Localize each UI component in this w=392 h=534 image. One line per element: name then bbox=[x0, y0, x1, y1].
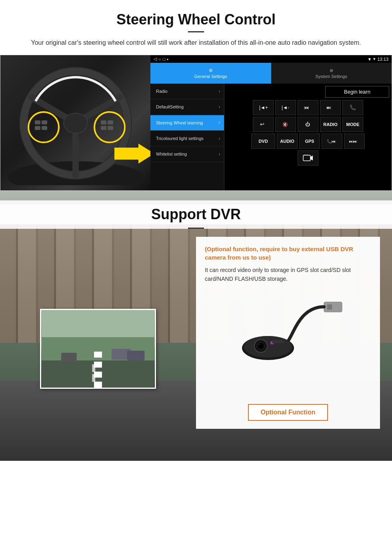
menu-default-label: DefaultSetting bbox=[156, 104, 184, 110]
phone-button[interactable]: 📞 bbox=[342, 100, 363, 115]
svg-text:📞⏮: 📞⏮ bbox=[327, 139, 336, 144]
android-content: Radio › DefaultSetting › Steering Wheel … bbox=[150, 84, 392, 190]
svg-rect-12 bbox=[42, 126, 47, 130]
svg-rect-35 bbox=[92, 364, 95, 372]
radio-button[interactable]: RADIO bbox=[320, 117, 341, 132]
menu-item-steering[interactable]: Steering Wheel learning › bbox=[150, 115, 224, 131]
android-ui: ◁ ○ □ ▪ ▼ ▾ 13:13 ⚙ General Settings ⊛ S… bbox=[150, 55, 392, 190]
svg-rect-40 bbox=[324, 302, 342, 312]
settings-gear-icon: ⚙ bbox=[209, 68, 213, 73]
signal-icon: ▼ bbox=[368, 57, 372, 62]
dvr-camera-illustration bbox=[232, 294, 344, 358]
svg-rect-49 bbox=[272, 340, 284, 343]
steering-wheel-photo bbox=[0, 55, 150, 191]
button-row-3: DVD AUDIO GPS 📞⏮ ⏭⏭ bbox=[227, 134, 389, 149]
svg-rect-15 bbox=[101, 126, 106, 130]
svg-point-6 bbox=[64, 113, 88, 133]
menu-list: Radio › DefaultSetting › Steering Wheel … bbox=[150, 84, 224, 190]
gps-button[interactable]: GPS bbox=[299, 134, 320, 149]
section2-title: Support DVR bbox=[0, 204, 392, 224]
android-tabs: ⚙ General Settings ⊛ System Settings bbox=[150, 63, 392, 84]
tab-system[interactable]: ⊛ System Settings bbox=[271, 63, 392, 84]
dvr-right-area: (Optional function, require to buy exter… bbox=[192, 237, 392, 461]
section1-divider bbox=[188, 31, 204, 32]
menu-item-whitelist[interactable]: Whitelist setting › bbox=[150, 146, 224, 162]
arrow-overlay bbox=[114, 142, 150, 167]
nav-menu-icon[interactable]: ▪ bbox=[167, 57, 168, 62]
svg-rect-41 bbox=[327, 304, 332, 310]
dvr-left-area bbox=[0, 237, 192, 461]
svg-rect-39 bbox=[127, 351, 145, 360]
section1-title: Steering Wheel Control bbox=[16, 11, 376, 28]
svg-marker-17 bbox=[114, 144, 150, 164]
vol-up-button[interactable]: |◄+ bbox=[253, 100, 274, 115]
steering-wheel-section: Steering Wheel Control Your original car… bbox=[0, 0, 392, 48]
chevron-icon-3: › bbox=[219, 120, 220, 125]
nav-recent-icon[interactable]: □ bbox=[163, 57, 166, 62]
menu-steering-label: Steering Wheel learning bbox=[156, 120, 203, 126]
svg-rect-9 bbox=[35, 120, 40, 124]
mute-button[interactable]: 🔇 bbox=[275, 117, 296, 132]
svg-text:↩: ↩ bbox=[260, 121, 264, 127]
fwd2-button[interactable]: ⏭⏭ bbox=[344, 134, 365, 149]
menu-item-radio[interactable]: Radio › bbox=[150, 84, 224, 99]
optional-function-button[interactable]: Optional Function bbox=[248, 404, 328, 421]
svg-rect-36 bbox=[92, 374, 95, 382]
svg-rect-10 bbox=[42, 120, 47, 124]
menu-item-tricolour[interactable]: Tricoloured light settings › bbox=[150, 131, 224, 146]
svg-text:📞: 📞 bbox=[350, 104, 356, 111]
dvr-cam-button[interactable] bbox=[298, 150, 318, 166]
svg-rect-14 bbox=[108, 120, 113, 124]
svg-rect-34 bbox=[42, 360, 154, 388]
button-row-2: ↩ 🔇 ⏻ RADIO MODE bbox=[227, 117, 389, 132]
menu-item-default[interactable]: DefaultSetting › bbox=[150, 99, 224, 115]
hangup-button[interactable]: ↩ bbox=[253, 117, 274, 132]
button-row-1: |◄+ |◄- ⏮ ⏭ 📞 bbox=[227, 100, 389, 115]
chevron-icon-2: › bbox=[219, 105, 220, 109]
svg-text:⏮: ⏮ bbox=[304, 105, 309, 110]
mode-button[interactable]: MODE bbox=[342, 117, 363, 132]
section2-divider bbox=[188, 228, 204, 229]
wifi-icon: ▾ bbox=[373, 56, 376, 62]
nav-back-icon[interactable]: ◁ bbox=[154, 56, 157, 62]
svg-text:⏭: ⏭ bbox=[326, 105, 331, 110]
camera-thumbnail bbox=[40, 309, 156, 389]
phone-prev-button[interactable]: 📞⏮ bbox=[322, 134, 342, 149]
dvr-description: It can record video only to storage in G… bbox=[205, 266, 371, 284]
skip-back-button[interactable]: ⏮ bbox=[298, 100, 318, 115]
begin-learn-button[interactable]: Begin learn bbox=[325, 86, 389, 98]
tab-system-label: System Settings bbox=[316, 74, 347, 79]
svg-rect-11 bbox=[35, 126, 40, 130]
android-statusbar: ◁ ○ □ ▪ ▼ ▾ 13:13 bbox=[150, 55, 392, 63]
svg-marker-29 bbox=[310, 156, 313, 160]
svg-rect-37 bbox=[61, 353, 77, 362]
dvr-optional-text: (Optional function, require to buy exter… bbox=[205, 245, 371, 262]
svg-text:|◄+: |◄+ bbox=[259, 105, 268, 110]
dvr-info-box: (Optional function, require to buy exter… bbox=[196, 237, 380, 429]
svg-rect-16 bbox=[108, 126, 113, 130]
menu-whitelist-label: Whitelist setting bbox=[156, 151, 187, 157]
menu-radio-label: Radio bbox=[156, 88, 168, 94]
svg-rect-13 bbox=[101, 120, 106, 124]
skip-fwd-button[interactable]: ⏭ bbox=[320, 100, 341, 115]
vol-down-button[interactable]: |◄- bbox=[275, 100, 296, 115]
button-row-4 bbox=[227, 150, 389, 166]
chevron-icon-4: › bbox=[219, 136, 220, 141]
dvd-button[interactable]: DVD bbox=[251, 134, 275, 149]
audio-button[interactable]: AUDIO bbox=[277, 134, 298, 149]
power-button[interactable]: ⏻ bbox=[298, 117, 318, 132]
system-icon: ⊛ bbox=[330, 68, 333, 73]
menu-tricolour-label: Tricoloured light settings bbox=[156, 136, 204, 141]
chevron-icon: › bbox=[219, 89, 220, 94]
tab-general[interactable]: ⚙ General Settings bbox=[150, 63, 271, 84]
svg-text:🔇: 🔇 bbox=[282, 122, 288, 127]
ui-screenshot: ◁ ○ □ ▪ ▼ ▾ 13:13 ⚙ General Settings ⊛ S… bbox=[0, 55, 392, 191]
svg-text:⏻: ⏻ bbox=[305, 122, 310, 127]
section1-description: Your original car's steering wheel contr… bbox=[24, 38, 368, 48]
nav-home-icon[interactable]: ○ bbox=[158, 57, 161, 62]
svg-point-43 bbox=[244, 336, 292, 358]
button-grid: Begin learn |◄+ |◄- ⏮ ⏭ bbox=[224, 84, 392, 190]
dvr-content-area: Support DVR bbox=[0, 191, 392, 229]
status-time: 13:13 bbox=[377, 57, 388, 62]
dvr-main-content: (Optional function, require to buy exter… bbox=[0, 237, 392, 461]
